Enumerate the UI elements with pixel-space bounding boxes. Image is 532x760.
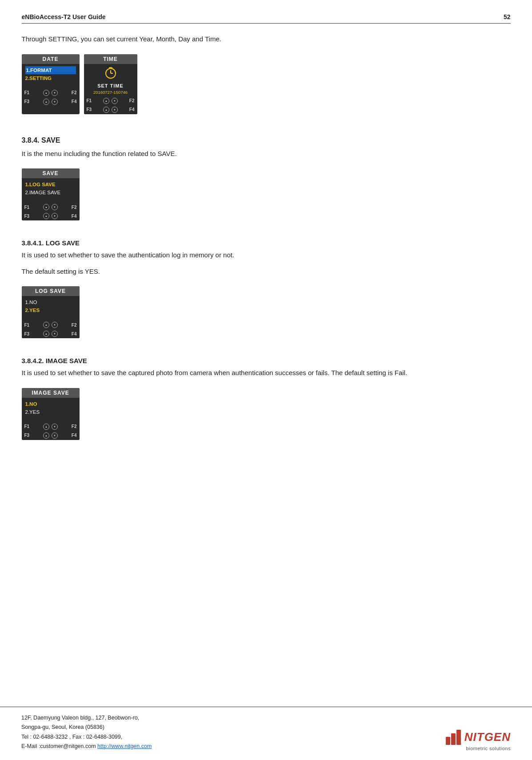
log-btn-row1: F1 F2 [22,320,80,329]
timestamp: 20160727-150746 [84,89,137,96]
log-save-item: 1.LOG SAVE [25,180,76,188]
section-384-heading: 3.8.4. SAVE [22,136,511,144]
bar2 [451,733,456,745]
address-website-link[interactable]: http://www.nitgen.com [97,743,152,749]
nitgen-logo: NITGEN [446,729,511,745]
log-down2[interactable] [52,331,58,337]
section-384-intro: It is the menu including the function re… [22,149,511,159]
intro-text: Through SETTING, you can set current Yea… [22,34,511,44]
date-btn-row1: F1 F2 [22,88,80,97]
time-up-btn-2[interactable] [103,107,109,113]
f2-label: F2 [72,90,77,95]
img-down1[interactable] [52,424,58,430]
save-f2: F2 [72,205,77,210]
img-down2[interactable] [52,432,58,439]
nitgen-text: NITGEN [464,731,511,743]
header-title: eNBioAccess-T2 User Guide [22,13,106,20]
image-save-item: 2.IMAGE SAVE [25,188,76,196]
img-btn-row2: F3 F4 [22,431,80,440]
page-footer: 12F, Daemyung Valeon bldg., 127, Beobwon… [0,707,532,760]
save-f3: F3 [24,214,30,219]
img-f2: F2 [72,424,77,429]
log-f1: F1 [24,323,30,328]
up-btn-1[interactable] [43,90,49,96]
log-save-panel-header: LOG SAVE [22,286,80,296]
up-btn-2[interactable] [43,99,49,105]
log-save-panel: LOG SAVE 1.NO 2.YES F1 F2 F3 F4 [22,286,80,338]
log-save-device-ui: LOG SAVE 1.NO 2.YES F1 F2 F3 F4 [22,286,80,338]
img-no-item: 1.NO [25,400,76,408]
img-yes-item: 2.YES [25,408,76,416]
time-panel: TIME SET TIME 20160727-150746 F1 F2 [84,54,137,114]
datetime-device-ui: DATE 1.FORMAT 2.SETTING F1 F2 F3 F4 [22,54,137,114]
time-btn-row1: F1 F2 [84,96,137,105]
image-save-panel: IMAGE SAVE 1.NO 2.YES F1 F2 F3 F4 [22,388,80,440]
save-down2[interactable] [52,213,58,219]
log-up1[interactable] [43,322,49,328]
img-btn-row1: F1 F2 [22,422,80,431]
time-up-btn-1[interactable] [103,98,109,104]
set-time-label: SET TIME [84,82,137,89]
address-email-pre: E-Mail :customer@nitgen.com [21,743,97,749]
section-3841-heading: 3.8.4.1. LOG SAVE [22,239,511,247]
save-panel-header: SAVE [22,168,80,178]
address-line3: Tel : 02-6488-3232 , Fax : 02-6488-3099, [21,732,152,742]
time-panel-header: TIME [84,54,137,64]
save-f1: F1 [24,205,30,210]
time-btn-row2: F3 F4 [84,105,137,114]
date-panel: DATE 1.FORMAT 2.SETTING F1 F2 F3 F4 [22,54,80,114]
img-up2[interactable] [43,432,49,439]
address-line1: 12F, Daemyung Valeon bldg., 127, Beobwon… [21,713,152,723]
down-btn-1[interactable] [52,90,58,96]
time-f2-label: F2 [129,98,135,103]
img-f4: F4 [72,433,77,438]
image-save-panel-header: IMAGE SAVE [22,388,80,398]
f1-label: F1 [24,90,30,95]
image-save-device-ui: IMAGE SAVE 1.NO 2.YES F1 F2 F3 F4 [22,388,80,440]
section-3841-text2: The default setting is YES. [22,267,511,277]
time-f3-label: F3 [87,107,92,112]
time-f4-label: F4 [129,107,135,112]
save-panel-body: 1.LOG SAVE 2.IMAGE SAVE [22,178,80,203]
image-save-panel-body: 1.NO 2.YES [22,398,80,422]
save-btn-row2: F3 F4 [22,212,80,220]
page-number: 52 [504,13,511,20]
save-btn-row1: F1 F2 [22,203,80,212]
address-line4: E-Mail :customer@nitgen.com http://www.n… [21,742,152,751]
save-down1[interactable] [52,204,58,210]
img-f3: F3 [24,433,30,438]
time-down-btn-2[interactable] [112,107,118,113]
footer-logo: NITGEN biometric solutions [446,729,511,751]
log-up2[interactable] [43,331,49,337]
bar3 [456,730,461,745]
footer-address: 12F, Daemyung Valeon bldg., 127, Beobwon… [21,713,152,751]
time-f1-label: F1 [87,98,92,103]
section-3841-text1: It is used to set whether to save the au… [22,250,511,260]
save-up1[interactable] [43,204,49,210]
save-panel: SAVE 1.LOG SAVE 2.IMAGE SAVE F1 F2 F3 [22,168,80,220]
log-f4: F4 [72,332,77,336]
log-down1[interactable] [52,322,58,328]
down-btn-2[interactable] [52,99,58,105]
log-f3: F3 [24,332,30,336]
save-up2[interactable] [43,213,49,219]
date-panel-header: DATE [22,54,80,64]
date-setting-item: 2.SETTING [25,74,76,82]
date-btn-row2: F3 F4 [22,97,80,106]
save-f4: F4 [72,214,77,219]
log-yes-item: 2.YES [25,306,76,314]
section-3842-text: It is used to set whether to save the ca… [22,368,511,378]
address-line2: Songpa-gu, Seoul, Korea (05836) [21,723,152,732]
img-up1[interactable] [43,424,49,430]
f4-label: F4 [72,99,77,104]
time-down-btn-1[interactable] [112,98,118,104]
log-btn-row2: F3 F4 [22,329,80,338]
date-panel-body: 1.FORMAT 2.SETTING [22,64,80,88]
log-no-item: 1.NO [25,298,76,306]
log-save-panel-body: 1.NO 2.YES [22,296,80,320]
page-header: eNBioAccess-T2 User Guide 52 [22,13,511,24]
img-f1: F1 [24,424,30,429]
time-icon [84,64,137,82]
date-format-item: 1.FORMAT [25,66,76,74]
nitgen-sub: biometric solutions [466,746,511,751]
